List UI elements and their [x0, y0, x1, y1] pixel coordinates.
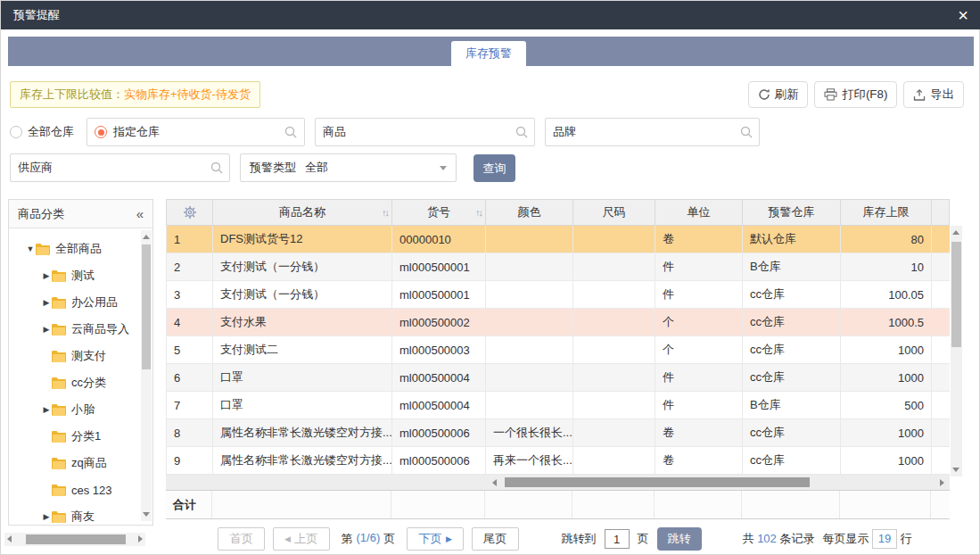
tree-item[interactable]: 测支付 [9, 343, 140, 369]
supplier-search-input[interactable] [10, 153, 230, 182]
column-settings[interactable] [167, 200, 213, 225]
expander-icon[interactable]: ▶ [41, 298, 52, 307]
warning-type-select[interactable]: 预警类型 全部 [240, 153, 457, 182]
tree-item[interactable]: 分类1 [9, 423, 140, 450]
next-page-button[interactable]: 下页▶ [407, 527, 464, 551]
scroll-left-icon[interactable] [7, 535, 12, 543]
brand-search-input[interactable] [545, 118, 760, 146]
scroll-down-icon[interactable] [952, 468, 959, 472]
expander-icon[interactable]: ▼ [25, 244, 36, 253]
radio-all-warehouse[interactable]: 全部仓库 [10, 118, 74, 146]
cell-name: 支付测试（一分钱） [213, 281, 392, 308]
last-page-button[interactable]: 尾页 [472, 527, 519, 551]
table-row[interactable]: 8 属性名称非常长激光镂空对方接... ml000500006 一个很长很长..… [166, 419, 950, 447]
expander-icon[interactable]: ▶ [41, 271, 52, 280]
collapse-icon[interactable]: « [136, 206, 144, 221]
scroll-up-icon[interactable] [952, 230, 959, 235]
search-icon[interactable] [210, 162, 223, 174]
table-row[interactable]: 2 支付测试（一分钱） ml000500001 件 B仓库 10 [166, 253, 950, 281]
tab-label: 库存预警 [465, 46, 512, 62]
refresh-button[interactable]: 刷新 [748, 81, 809, 108]
cell-name: 口罩 [213, 364, 392, 391]
expander-icon[interactable]: ▶ [41, 325, 52, 334]
folder-icon [52, 297, 66, 309]
warning-table: 商品名称 ↑↓ 货号 ↑↓ 颜色 尺码 单位 预警仓库 库存上限 [166, 199, 950, 475]
tree-item-all-products[interactable]: ▼ 全部商品 [9, 236, 140, 262]
tree-item[interactable]: zq商品 [9, 450, 140, 476]
column-header-name[interactable]: 商品名称 ↑↓ [213, 200, 392, 225]
cell-filler [932, 309, 949, 335]
page-size-input[interactable]: 19 [872, 529, 897, 549]
cell-filler [932, 336, 949, 363]
table-row[interactable]: 6 口罩 ml000500004 件 cc仓库 1000 [166, 364, 950, 392]
table-row[interactable]: 5 支付测试二 ml000500003 个 cc仓库 1000 [166, 336, 950, 364]
sort-icon[interactable]: ↑↓ [382, 207, 388, 218]
scrollbar-thumb[interactable] [26, 534, 126, 544]
warning-type-label: 预警类型 [250, 160, 296, 176]
scrollbar-thumb[interactable] [142, 244, 151, 369]
export-button[interactable]: 导出 [903, 81, 964, 108]
column-label: 单位 [688, 204, 711, 220]
jump-button[interactable]: 跳转 [657, 527, 702, 551]
product-search-input[interactable] [315, 118, 535, 146]
table-row[interactable]: 3 支付测试（一分钱） ml000500001 件 cc仓库 100.05 [166, 281, 950, 309]
table-row[interactable]: 4 支付水果 ml000500002 个 cc仓库 1000.5 [166, 309, 950, 336]
expander-icon[interactable]: ▶ [41, 405, 52, 414]
column-header-size: 尺码 [573, 200, 655, 225]
table-row[interactable]: 9 属性名称非常长激光镂空对方接... ml000500006 再来一个很长..… [166, 447, 950, 475]
prev-page-button[interactable]: ◀上页 [273, 527, 330, 551]
tree-item[interactable]: ces 123 [9, 476, 140, 503]
scroll-left-icon[interactable] [492, 479, 497, 486]
scroll-right-icon[interactable] [138, 535, 143, 543]
pagesize-pre: 每页显示 [822, 532, 869, 545]
scroll-right-icon[interactable] [940, 479, 944, 486]
specified-warehouse-box[interactable]: 指定仓库 [86, 118, 305, 146]
gear-icon[interactable] [183, 205, 197, 220]
cell-seq: 1 [167, 226, 213, 253]
page-indicator: 第 (1/6) 页 [342, 531, 396, 547]
cell-size [573, 309, 655, 335]
tab-inventory-warning[interactable]: 库存预警 [451, 41, 526, 66]
first-page-button[interactable]: 首页 [218, 527, 265, 551]
jump-page-input[interactable] [605, 529, 630, 549]
cell-unit: 个 [655, 336, 743, 363]
sidebar-vertical-scrollbar[interactable] [141, 230, 152, 521]
tree-item[interactable]: ▶ 小胎 [9, 396, 140, 423]
expander-icon[interactable]: ▶ [41, 512, 52, 521]
chevron-down-icon [440, 166, 447, 170]
jump-label: 跳转到 [562, 531, 597, 547]
tree-item[interactable]: cc分类 [9, 369, 140, 396]
search-icon[interactable] [515, 126, 528, 138]
cell-color [486, 336, 573, 363]
sidebar-horizontal-scrollbar[interactable] [4, 533, 145, 546]
cell-upper: 1000 [841, 336, 932, 363]
cell-name: DFS测试货号12 [213, 226, 392, 253]
table-row[interactable]: 7 口罩 ml000500004 件 B仓库 500 [166, 392, 950, 419]
search-icon [284, 126, 297, 138]
sidebar-title: 商品分类 [18, 206, 64, 222]
sort-icon[interactable]: ↑↓ [475, 207, 482, 218]
cell-upper: 500 [841, 392, 932, 418]
tree-item[interactable]: ▶ 商友 [9, 503, 140, 525]
cell-warehouse: cc仓库 [743, 309, 841, 335]
column-header-unit: 单位 [655, 200, 743, 225]
cell-upper: 1000 [841, 419, 932, 446]
tree-item[interactable]: ▶ 云商品导入 [9, 316, 140, 343]
search-icon[interactable] [740, 126, 753, 138]
tree-item[interactable]: ▶ 测试 [9, 262, 140, 289]
scrollbar-thumb[interactable] [951, 242, 961, 347]
scrollbar-thumb[interactable] [505, 477, 810, 487]
column-header-code[interactable]: 货号 ↑↓ [392, 200, 486, 225]
tree-item[interactable]: ▶ 办公用品 [9, 289, 140, 316]
table-horizontal-scrollbar[interactable] [166, 475, 950, 490]
cell-code: ml000500001 [392, 253, 486, 280]
table-vertical-scrollbar[interactable] [951, 226, 962, 476]
scroll-up-icon[interactable] [143, 235, 150, 239]
print-button[interactable]: 打印(F8) [814, 81, 897, 108]
scroll-down-icon[interactable] [143, 512, 150, 517]
query-button[interactable]: 查询 [474, 154, 515, 182]
next-label: 下页 [418, 531, 442, 547]
close-icon[interactable]: × [958, 6, 968, 24]
cell-name: 支付水果 [213, 309, 392, 335]
table-row[interactable]: 1 DFS测试货号12 00000010 卷 默认仓库 80 [166, 226, 950, 253]
